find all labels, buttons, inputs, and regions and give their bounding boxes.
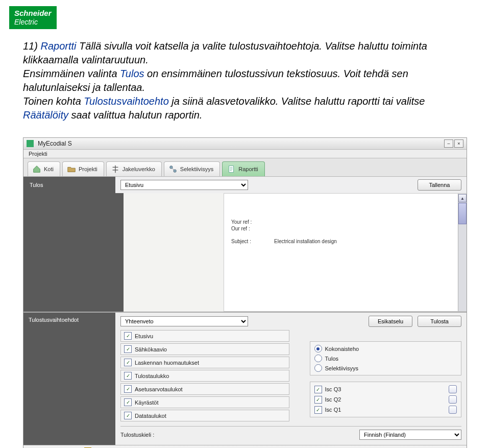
instr-t3e: saat valittua halutun raportin. <box>68 109 202 121</box>
tab-koti-label: Koti <box>44 166 54 172</box>
chk-isc-q2[interactable]: ✓Isc Q2 <box>314 394 457 405</box>
instr-tulos: Tulos <box>120 68 144 79</box>
app-icon <box>27 140 34 147</box>
tab-jakelu-label: Jakeluverkko <box>122 166 155 172</box>
tab-projekti[interactable]: Projekti <box>62 161 104 176</box>
chk-kayrastot-label: Käyrästöt <box>135 399 158 406</box>
instruction-text: 11) Raportti Tällä sivulla voit katsella… <box>0 34 490 132</box>
minimize-button[interactable]: – <box>444 139 453 148</box>
content-area: Tulos Etusivu Tallenna Your ref : Our re… <box>23 176 467 445</box>
folder-icon <box>67 164 76 174</box>
tab-jakeluverkko[interactable]: Jakeluverkko <box>106 161 162 176</box>
tab-koti[interactable]: Koti <box>28 161 60 176</box>
isc-group: ✓Isc Q3 ✓Isc Q2 ✓Isc Q1 <box>310 382 461 417</box>
instr-raataloity: Räätälöity <box>23 109 68 121</box>
tab-selekt-label: Selektiivisyys <box>180 166 213 172</box>
close-button[interactable]: × <box>454 139 463 148</box>
tallenna-button[interactable]: Tallenna <box>418 179 461 191</box>
app-window: MyEcodial S – × Projekti Koti Projekti J… <box>23 137 467 448</box>
instr-tulostusvaihtoehto: Tulostusvaihtoehto <box>84 96 168 107</box>
menubar: Projekti <box>23 150 467 158</box>
isc-q1-btn[interactable] <box>449 406 457 414</box>
our-ref-label: Our ref : <box>231 226 262 231</box>
esikatselu-button[interactable]: Esikatselu <box>369 316 412 327</box>
chk-tulostaulukko[interactable]: ✓Tulostaulukko <box>120 370 289 382</box>
chk-kayrastot[interactable]: ✓Käyrästöt <box>120 396 289 408</box>
tulosta-button[interactable]: Tulosta <box>418 316 461 327</box>
radio-tulos-label: Tulos <box>325 356 339 362</box>
tab-selektiivisyys[interactable]: Selektiivisyys <box>164 161 220 176</box>
instr-num: 11) <box>23 40 40 52</box>
menu-projekti[interactable]: Projekti <box>29 151 47 157</box>
tulos-label: Tulos <box>23 178 115 192</box>
tab-raportti-label: Raportti <box>238 166 258 172</box>
isc-q3-label: Isc Q3 <box>325 386 341 392</box>
chk-sahkokaavio-label: Sähkökaavio <box>135 346 167 352</box>
opts-label: Tulostusvaihtoehdot <box>23 313 115 445</box>
chk-etusivu-label: Etusivu <box>135 333 153 339</box>
your-ref-label: Your ref : <box>231 219 262 225</box>
radio-group: Kokonaisteho Tulos Selektiivisyys <box>310 341 461 375</box>
instr-raportti: Raportti <box>40 40 76 52</box>
subject-label: Subject : <box>231 239 262 244</box>
tab-raportti[interactable]: Raportti <box>222 161 265 176</box>
opts-select[interactable]: Yhteenveto <box>120 316 248 326</box>
isc-q3-btn[interactable] <box>449 385 457 393</box>
isc-q2-btn[interactable] <box>449 395 457 404</box>
home-icon <box>32 164 41 174</box>
language-row: Tulostuskieli : Finnish (Finland) <box>120 426 461 442</box>
lang-select[interactable]: Finnish (Finland) <box>359 430 461 440</box>
preview-pane: Your ref : Our ref : Subject : Electrica… <box>224 193 467 312</box>
schneider-logo: Schneider Electric <box>9 6 57 29</box>
lang-label: Tulostuskieli : <box>120 432 177 438</box>
chk-sahkokaavio[interactable]: ✓Sähkökaavio <box>120 343 289 355</box>
instr-t1: Tällä sivulla voit katsella ja valite tu… <box>23 40 427 65</box>
chk-isc-q3[interactable]: ✓Isc Q3 <box>314 384 457 394</box>
instr-t3a: Toinen kohta <box>23 96 84 107</box>
chk-datataulukot-label: Datataulukot <box>135 413 166 419</box>
logo-line2: Electric <box>14 18 38 26</box>
tabbar: Koti Projekti Jakeluverkko Selektiivisyy… <box>23 158 467 176</box>
chk-asetus-label: Asetusarvotaulukot <box>135 386 183 392</box>
isc-q1-label: Isc Q1 <box>325 407 341 413</box>
chk-etusivu[interactable]: ✓Etusivu <box>120 330 289 342</box>
tulos-select[interactable]: Etusivu <box>120 180 248 190</box>
radio-kokonaisteho[interactable]: Kokonaisteho <box>314 344 457 353</box>
tab-projekti-label: Projekti <box>79 166 97 172</box>
radio-tulos[interactable]: Tulos <box>314 353 457 363</box>
scrollbar[interactable]: ▲ <box>458 194 467 311</box>
titlebar: MyEcodial S – × <box>23 138 467 150</box>
isc-q2-label: Isc Q2 <box>325 396 341 403</box>
chk-datataulukot[interactable]: ✓Datataulukot <box>120 410 289 421</box>
chk-laskenta[interactable]: ✓Laskennan huomautukset <box>120 357 289 368</box>
report-icon <box>227 164 236 174</box>
chk-isc-q1[interactable]: ✓Isc Q1 <box>314 405 457 415</box>
scroll-up-icon[interactable]: ▲ <box>458 194 467 202</box>
network-icon <box>111 164 120 174</box>
radio-selektiivisyys-label: Selektiivisyys <box>325 365 358 371</box>
radio-selektiivisyys[interactable]: Selektiivisyys <box>314 363 457 373</box>
scroll-thumb[interactable] <box>458 203 467 224</box>
statusbar: Sähköverkko laskettu Schneider <box>23 445 467 448</box>
app-title: MyEcodial S <box>38 140 72 147</box>
tulos-row: Tulos Etusivu Tallenna <box>23 177 467 193</box>
chk-laskenta-label: Laskennan huomautukset <box>135 360 199 366</box>
radio-kokonaisteho-label: Kokonaisteho <box>325 346 359 352</box>
instr-t3c: ja siinä alasvetovalikko. Valitse halutt… <box>169 96 425 107</box>
chk-asetus[interactable]: ✓Asetusarvotaulukot <box>120 383 289 395</box>
tulostusvaihtoehdot-section: Tulostusvaihtoehdot Yhteenveto Esikatsel… <box>23 312 467 445</box>
selectivity-icon <box>168 164 178 174</box>
logo-line1: Schneider <box>14 9 52 17</box>
instr-t2a: Ensimmäinen valinta <box>23 68 120 79</box>
subject-value: Electrical installation design <box>274 239 337 244</box>
chk-tulostaulukko-label: Tulostaulukko <box>135 373 169 379</box>
